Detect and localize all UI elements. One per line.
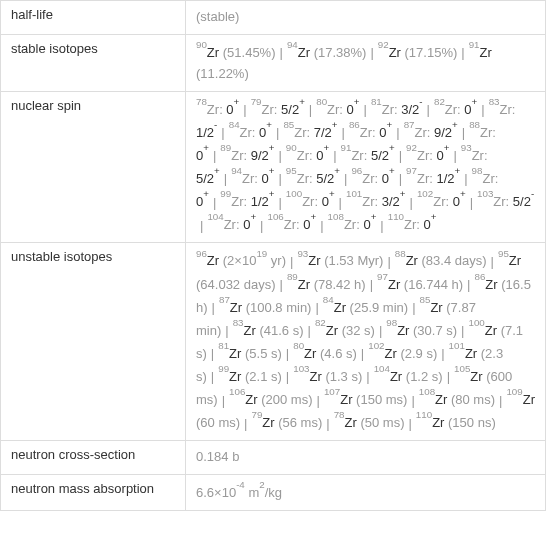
table-row: stable isotopes 90Zr (51.45%)|94Zr (17.3… bbox=[1, 34, 546, 91]
neutron-cross-section-value: 0.184 b bbox=[186, 441, 546, 475]
neutron-cross-section-label: neutron cross-section bbox=[1, 441, 186, 475]
neutron-mass-absorption-label: neutron mass absorption bbox=[1, 475, 186, 511]
nuclear-spin-value: 78Zr: 0+|79Zr: 5/2+|80Zr: 0+|81Zr: 3/2-|… bbox=[186, 91, 546, 243]
table-row: neutron cross-section 0.184 b bbox=[1, 441, 546, 475]
neutron-mass-absorption-value: 6.6×10-4 m2/kg bbox=[186, 475, 546, 511]
unstable-isotopes-value: 96Zr (2×1019 yr)|93Zr (1.53 Myr)|88Zr (8… bbox=[186, 243, 546, 441]
properties-table: half-life (stable) stable isotopes 90Zr … bbox=[0, 0, 546, 511]
table-row: neutron mass absorption 6.6×10-4 m2/kg bbox=[1, 475, 546, 511]
half-life-label: half-life bbox=[1, 1, 186, 35]
table-row: unstable isotopes 96Zr (2×1019 yr)|93Zr … bbox=[1, 243, 546, 441]
stable-isotopes-label: stable isotopes bbox=[1, 34, 186, 91]
stable-isotopes-value: 90Zr (51.45%)|94Zr (17.38%)|92Zr (17.15%… bbox=[186, 34, 546, 91]
half-life-value: (stable) bbox=[186, 1, 546, 35]
unstable-isotopes-label: unstable isotopes bbox=[1, 243, 186, 441]
table-row: nuclear spin 78Zr: 0+|79Zr: 5/2+|80Zr: 0… bbox=[1, 91, 546, 243]
table-row: half-life (stable) bbox=[1, 1, 546, 35]
nuclear-spin-label: nuclear spin bbox=[1, 91, 186, 243]
